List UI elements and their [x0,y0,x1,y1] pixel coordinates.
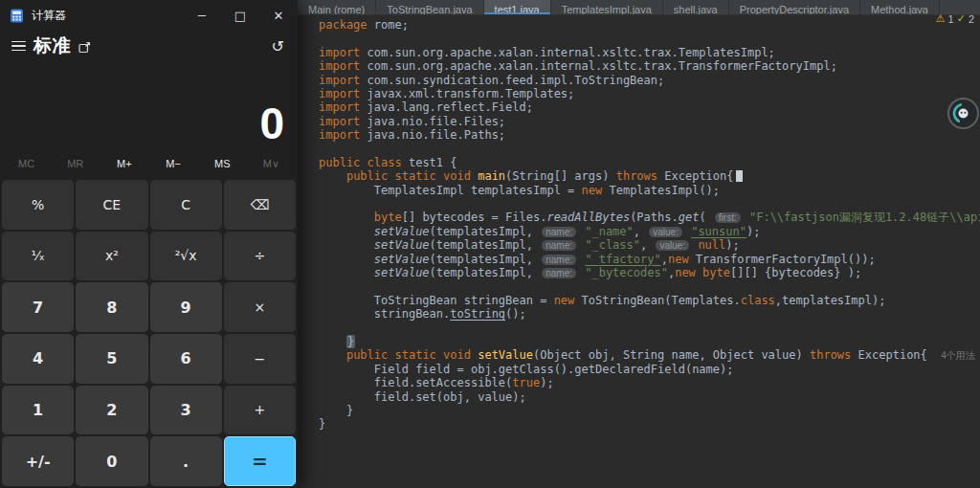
code-token: Exception{ [657,169,733,183]
warning-count: 1 [948,13,954,25]
code-token: "_tfactory" [585,253,660,266]
tab-shell-java[interactable]: shell.java [663,0,729,14]
code-token: setValue [478,348,533,362]
parameter-hint: first: [715,212,741,223]
code-line: field.setAccessible(true); [319,376,980,389]
code-token: com.sun.syndication.feed.impl.ToStringBe… [360,74,664,87]
calculator-header: 标准 ↺ [0,31,298,61]
weak-warning-count: 2 [969,13,974,25]
six-key[interactable]: 6 [150,334,222,384]
code-editor[interactable]: package rome; import com.sun.org.apache.… [298,15,980,488]
seven-key[interactable]: 7 [2,282,74,332]
code-token: ); [725,238,739,252]
inspections-widget[interactable]: ⚠1 ✓2 [936,12,974,25]
mode-title: 标准 [33,33,71,58]
tab-test1-java[interactable]: test1.java [484,0,551,14]
three-key[interactable]: 3 [150,386,222,435]
floating-assistant-widget[interactable] [947,98,979,129]
code-token: setValue [374,225,430,238]
calculator-keypad: %CEC⌫¹⁄ₓx²²√x÷789×456−123++/-0.= [0,180,298,488]
reciprocal-key[interactable]: ¹⁄ₓ [2,232,74,281]
memory-subtract-button[interactable]: M− [149,154,198,173]
code-token [319,225,374,238]
square-key[interactable]: x² [76,232,147,281]
keep-on-top-icon [78,41,91,54]
code-token [319,266,374,279]
decimal-key[interactable]: . [150,436,222,486]
code-line: setValue(templatesImpl, name: "_name", v… [319,225,980,238]
code-token: public class [319,156,402,169]
parameter-hint: name: [542,227,576,237]
code-line: setValue(templatesImpl, name: "_tfactory… [319,253,980,266]
code-token: } [319,404,353,417]
two-key[interactable]: 2 [76,386,147,435]
zero-key[interactable]: 0 [76,436,147,486]
nine-key[interactable]: 9 [150,282,222,332]
code-token: package [319,18,368,32]
backspace-key[interactable]: ⌫ [224,180,296,230]
window-title: 计算器 [32,8,66,24]
code-token: setValue [374,253,430,266]
code-line [319,197,980,211]
maximize-button[interactable]: □ [221,0,259,31]
text-caret [736,170,743,182]
code-line: field.set(obj, value); [319,390,980,404]
calculator-titlebar[interactable]: 计算器 ─ □ ✕ [0,0,298,31]
add-key[interactable]: + [224,386,296,435]
code-token: public static void [346,348,478,362]
square-root-key[interactable]: ²√x [150,232,222,281]
code-token: , [640,238,654,252]
subtract-key[interactable]: − [224,334,296,384]
code-token: import [319,87,360,100]
code-token: main [478,169,505,183]
percent-key[interactable]: % [2,180,74,230]
negate-key[interactable]: +/- [2,436,74,486]
code-line [319,32,980,45]
one-key[interactable]: 1 [2,386,74,435]
minimize-button[interactable]: ─ [183,0,221,31]
tab-propertydescriptor-java[interactable]: PropertyDescriptor.java [729,0,860,14]
tab-method-java[interactable]: Method.java [860,0,940,14]
calculator-display: 0 [0,61,298,149]
code-token: throws [616,169,657,183]
code-token: readAllBytes [546,211,630,224]
menu-button[interactable] [11,41,26,52]
eight-key[interactable]: 8 [76,282,147,332]
multiply-key[interactable]: × [224,282,296,332]
five-key[interactable]: 5 [76,334,147,384]
history-button[interactable]: ↺ [270,37,286,55]
code-line: setValue(templatesImpl, name: "_bytecode… [319,266,980,279]
code-token: ToStringBean stringBean = [319,294,554,307]
code-token: ( [699,211,712,224]
code-token [319,348,346,362]
equals-key[interactable]: = [224,436,296,486]
code-token: ); [540,376,553,389]
clear-entry-key[interactable]: CE [76,180,147,230]
memory-recall-button[interactable]: MR [51,154,100,173]
code-token: import [319,115,360,128]
memory-clear-button[interactable]: MC [2,154,51,173]
tab-label: TemplatesImpl.java [562,4,652,15]
clear-key[interactable]: C [150,180,222,230]
tab-templatesimpl-java[interactable]: TemplatesImpl.java [551,0,663,14]
code-line: import com.sun.syndication.feed.impl.ToS… [319,74,980,87]
code-token: field.setAccessible( [319,376,512,389]
parameter-hint: value: [656,240,689,251]
code-token: new [582,184,603,197]
code-token: new [668,253,689,266]
code-line: public static void setValue(Object obj, … [319,348,980,362]
code-token: (); [505,307,526,321]
close-button[interactable]: ✕ [259,0,298,31]
divide-key[interactable]: ÷ [224,232,296,281]
tab-tostringbean-java[interactable]: ToStringBean.java [376,0,483,14]
usages-inlay: 4个用法 [941,350,975,361]
code-token: ); [746,225,760,238]
memory-add-button[interactable]: M+ [100,154,148,173]
memory-list-button[interactable]: M∨ [247,154,296,174]
memory-store-button[interactable]: MS [198,154,247,173]
tab-main-rome[interactable]: Main (rome) [298,0,376,14]
code-token: [] bytecodes = Files. [402,211,547,224]
four-key[interactable]: 4 [2,334,74,384]
keep-on-top-button[interactable] [78,41,91,54]
code-token: import [319,74,360,87]
